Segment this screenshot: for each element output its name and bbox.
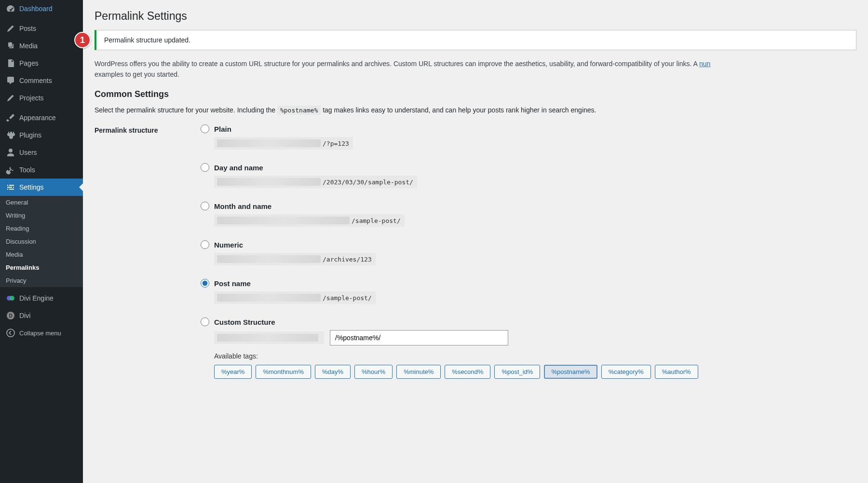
custom-structure-input[interactable]	[330, 330, 508, 345]
submenu-reading[interactable]: Reading	[0, 222, 83, 235]
menu-appearance[interactable]: Appearance	[0, 109, 83, 126]
menu-plugins[interactable]: Plugins	[0, 126, 83, 144]
tag-postname[interactable]: %postname%	[544, 365, 597, 379]
intro-link[interactable]: nun	[699, 60, 710, 68]
tag-year[interactable]: %year%	[214, 365, 252, 379]
menu-divi[interactable]: D Divi	[0, 307, 83, 324]
available-tags: %year% %monthnum% %day% %hour% %minute% …	[214, 365, 852, 379]
option-post-name-label[interactable]: Post name	[201, 279, 852, 288]
radio-numeric[interactable]	[201, 240, 209, 249]
submenu-discussion[interactable]: Discussion	[0, 235, 83, 248]
url-example: /sample-post/	[214, 291, 376, 304]
pin-icon	[6, 24, 15, 33]
radio-post-name[interactable]	[201, 279, 209, 288]
divi-icon: D	[6, 311, 15, 320]
tag-author[interactable]: %author%	[655, 365, 698, 379]
submenu-media[interactable]: Media	[0, 248, 83, 261]
svg-point-1	[10, 296, 14, 301]
radio-day-name[interactable]	[201, 163, 209, 172]
radio-custom[interactable]	[201, 317, 209, 326]
radio-month-name[interactable]	[201, 202, 209, 210]
menu-pages[interactable]: Pages	[0, 55, 83, 72]
menu-label: Appearance	[19, 114, 56, 122]
sliders-icon	[6, 182, 15, 192]
option-month-name-label[interactable]: Month and name	[201, 202, 852, 210]
notice-text: Permalink structure updated.	[104, 36, 848, 44]
media-icon	[6, 41, 15, 51]
option-plain: Plain /?p=123	[201, 124, 852, 150]
menu-dashboard[interactable]: Dashboard	[0, 0, 83, 17]
redacted-domain	[217, 294, 321, 302]
redacted-domain	[217, 217, 350, 224]
menu-label: Settings	[19, 183, 44, 191]
url-example: /archives/123	[214, 253, 376, 265]
common-hint: Select the permalink structure for your …	[95, 106, 856, 114]
menu-posts[interactable]: Posts	[0, 20, 83, 37]
url-path: /archives/123	[323, 256, 376, 263]
custom-domain	[214, 331, 324, 344]
page-title: Permalink Settings	[95, 0, 856, 28]
collapse-label: Collapse menu	[19, 330, 61, 337]
submenu-general[interactable]: General	[0, 196, 83, 209]
intro-text: WordPress offers you the ability to crea…	[95, 59, 856, 80]
menu-comments[interactable]: Comments	[0, 72, 83, 89]
menu-label: Plugins	[19, 131, 41, 139]
pages-icon	[6, 58, 15, 68]
option-label: Custom Structure	[214, 318, 275, 326]
tag-minute[interactable]: %minute%	[396, 365, 441, 379]
tag-postid[interactable]: %post_id%	[494, 365, 540, 379]
pin-icon	[6, 93, 15, 103]
intro-suffix: examples to get you started.	[95, 70, 179, 78]
url-path: /sample-post/	[352, 217, 405, 224]
radio-plain[interactable]	[201, 124, 209, 133]
redacted-domain	[217, 334, 318, 342]
redacted-domain	[217, 178, 321, 186]
submenu-writing[interactable]: Writing	[0, 209, 83, 222]
redacted-domain	[217, 255, 321, 263]
tag-category[interactable]: %category%	[601, 365, 651, 379]
option-post-name: Post name /sample-post/	[201, 279, 852, 304]
url-example: /2023/03/30/sample-post/	[214, 176, 417, 188]
menu-label: Comments	[19, 77, 52, 84]
admin-sidebar: Dashboard Posts Media Pages Comments Pro…	[0, 0, 83, 483]
option-custom: Custom Structure Available tags: %year% …	[201, 317, 852, 379]
settings-submenu: General Writing Reading Discussion Media…	[0, 196, 83, 287]
url-path: /2023/03/30/sample-post/	[323, 179, 417, 186]
option-label: Month and name	[214, 202, 271, 210]
tag-hour[interactable]: %hour%	[354, 365, 393, 379]
tag-second[interactable]: %second%	[445, 365, 490, 379]
available-tags-label: Available tags:	[214, 352, 852, 360]
wrench-icon	[6, 165, 15, 175]
common-settings-heading: Common Settings	[95, 89, 856, 99]
menu-users[interactable]: Users	[0, 144, 83, 161]
submenu-permalinks[interactable]: Permalinks	[0, 261, 83, 274]
svg-text:D: D	[9, 313, 12, 318]
submenu-privacy[interactable]: Privacy	[0, 274, 83, 287]
option-numeric-label[interactable]: Numeric	[201, 240, 852, 249]
option-label: Day and name	[214, 164, 263, 172]
menu-divi-engine[interactable]: Divi Engine	[0, 290, 83, 307]
menu-media[interactable]: Media	[0, 37, 83, 55]
menu-label: Dashboard	[19, 5, 53, 13]
option-day-name-label[interactable]: Day and name	[201, 163, 852, 172]
option-plain-label[interactable]: Plain	[201, 124, 852, 133]
collapse-menu[interactable]: Collapse menu	[0, 324, 83, 342]
option-numeric: Numeric /archives/123	[201, 240, 852, 265]
redacted-domain	[217, 139, 321, 147]
menu-settings[interactable]: Settings	[0, 179, 83, 196]
option-custom-label[interactable]: Custom Structure	[201, 317, 852, 326]
url-path: /sample-post/	[323, 294, 376, 302]
comment-icon	[6, 76, 15, 85]
tag-monthnum[interactable]: %monthnum%	[256, 365, 311, 379]
tag-day[interactable]: %day%	[315, 365, 351, 379]
intro-prefix: WordPress offers you the ability to crea…	[95, 60, 699, 68]
gauge-icon	[6, 4, 15, 14]
menu-label: Projects	[19, 94, 44, 102]
option-label: Numeric	[214, 241, 243, 249]
menu-label: Divi	[19, 312, 30, 319]
structure-label: Permalink structure	[95, 124, 201, 402]
menu-projects[interactable]: Projects	[0, 89, 83, 107]
divi-engine-icon	[6, 293, 15, 303]
menu-tools[interactable]: Tools	[0, 161, 83, 179]
hint-before: Select the permalink structure for your …	[95, 106, 277, 114]
